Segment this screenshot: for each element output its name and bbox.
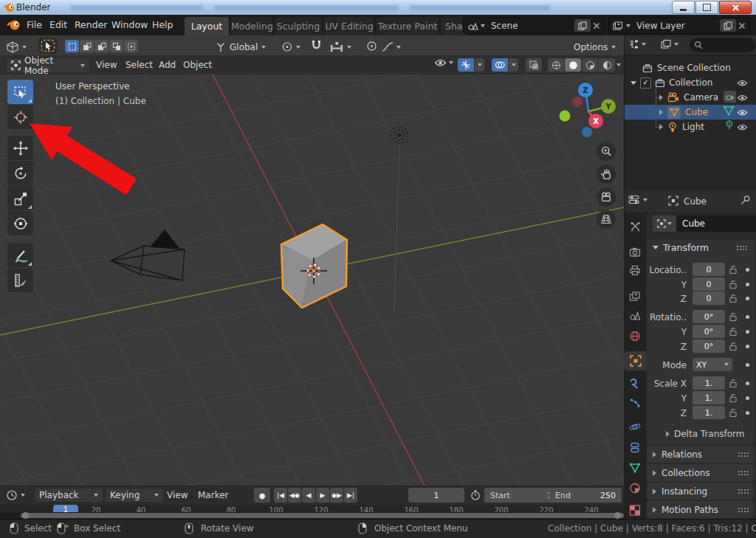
tool-box-select[interactable] <box>7 80 33 104</box>
proportional-editing-toggle[interactable] <box>366 41 377 54</box>
properties-editor-type-button[interactable] <box>628 194 647 205</box>
animate-dot[interactable] <box>746 345 749 348</box>
outliner-row-scene-collection[interactable]: Scene Collection <box>642 61 731 75</box>
maximize-button[interactable] <box>695 1 718 14</box>
lock-icon[interactable] <box>729 280 738 289</box>
scrollbar-handle-left[interactable] <box>22 512 29 519</box>
tab-texture-paint[interactable]: Texture Paint <box>377 17 439 35</box>
transform-orientation-dropdown[interactable]: Global <box>216 39 266 55</box>
panel-relations[interactable]: Relations <box>647 446 754 463</box>
object-name-input[interactable]: Cube <box>676 215 756 232</box>
tool-cursor[interactable] <box>7 105 33 129</box>
collapse-triangle-icon[interactable] <box>630 81 636 85</box>
lock-icon[interactable] <box>729 379 738 388</box>
animate-dot[interactable] <box>746 382 749 385</box>
animate-dot[interactable] <box>746 297 749 300</box>
animate-dot[interactable] <box>746 268 749 272</box>
navigation-gizmo[interactable]: Z Y X <box>556 77 618 139</box>
window-titlebar[interactable]: Blender <box>0 0 756 15</box>
animate-dot[interactable] <box>746 330 749 334</box>
jump-to-end-button[interactable]: ▶| <box>344 488 357 503</box>
tab-texture[interactable] <box>624 500 646 520</box>
panel-collections[interactable]: Collections <box>647 464 754 481</box>
scale-x-field[interactable]: 1. <box>693 376 725 390</box>
shading-rendered-button[interactable] <box>599 58 615 72</box>
outliner-row-cube[interactable]: Cube <box>659 105 708 120</box>
eye-icon[interactable] <box>737 94 748 102</box>
play-reverse-button[interactable]: ◀ <box>302 488 315 503</box>
location-z-field[interactable]: 0 <box>693 292 725 305</box>
shading-solid-button[interactable] <box>565 58 581 72</box>
animate-dot[interactable] <box>746 283 749 286</box>
viewport-zoom-button[interactable] <box>597 142 616 161</box>
proportional-falloff-dropdown[interactable] <box>382 39 401 55</box>
overlays-toggle[interactable] <box>492 58 508 72</box>
viewport-camera-button[interactable] <box>597 187 616 207</box>
blender-menu-logo-icon[interactable] <box>6 18 21 32</box>
scene-selector[interactable]: Scene <box>463 17 605 34</box>
stopwatch-icon[interactable] <box>470 489 481 501</box>
tab-render[interactable] <box>624 242 646 261</box>
tab-layout[interactable]: Layout <box>185 17 229 35</box>
pin-icon[interactable] <box>740 195 751 207</box>
menu-file[interactable]: File <box>27 15 42 35</box>
outliner-editor-type-button[interactable] <box>628 39 646 49</box>
timeline-scrollbar-thumb[interactable] <box>21 513 624 518</box>
menu-help[interactable]: Help <box>152 15 173 35</box>
menu-edit[interactable]: Edit <box>49 15 67 35</box>
tab-uv-editing[interactable]: UV Editing <box>324 17 374 35</box>
tab-sculpting[interactable]: Sculpting <box>275 17 322 35</box>
lock-icon[interactable] <box>729 327 738 337</box>
new-view-layer-button[interactable] <box>720 19 736 32</box>
auto-key-record-button[interactable]: ● <box>254 488 270 503</box>
outliner-display-mode-button[interactable] <box>661 39 678 49</box>
lock-icon[interactable] <box>729 312 738 322</box>
tool-rotate[interactable] <box>7 161 33 185</box>
transform-panel-header[interactable]: Transform <box>653 242 709 253</box>
timeline-menu-marker[interactable]: Marker <box>198 490 228 500</box>
shading-wireframe-button[interactable] <box>548 58 564 72</box>
prev-keyframe-button[interactable]: ◀◆ <box>288 488 301 503</box>
view-layer-selector[interactable]: View Layer <box>608 17 750 34</box>
minimize-button[interactable] <box>672 1 695 14</box>
timeline-editor-type-button[interactable] <box>6 489 25 501</box>
tab-modeling[interactable]: Modeling <box>231 17 272 35</box>
tab-object-data[interactable] <box>624 458 646 477</box>
collection-checkbox[interactable]: ✓ <box>640 77 651 89</box>
outliner-row-collection[interactable]: ✓ Collection <box>630 75 712 90</box>
animate-dot[interactable] <box>746 396 749 400</box>
rotation-z-field[interactable]: 0° <box>693 339 725 353</box>
mode-dropdown[interactable]: Object Mode <box>6 58 90 73</box>
outliner-row-light[interactable]: Light <box>659 120 704 134</box>
select-mode-extend-button[interactable] <box>80 40 94 52</box>
start-frame-field[interactable]: Start 1 <box>484 488 558 503</box>
shading-material-button[interactable] <box>582 58 598 72</box>
animate-dot[interactable] <box>746 411 749 415</box>
tab-shading-clipped[interactable]: Sha <box>441 17 466 35</box>
eye-icon[interactable] <box>737 79 748 87</box>
outliner-search-input[interactable] <box>690 38 756 52</box>
tool-move[interactable] <box>7 136 33 160</box>
gizmos-dropdown[interactable] <box>475 58 484 72</box>
xray-toggle[interactable] <box>526 58 542 72</box>
tool-transform[interactable] <box>7 211 33 235</box>
select-mode-invert-button[interactable] <box>109 40 123 52</box>
menu-window[interactable]: Window <box>111 15 148 35</box>
tab-constraints[interactable] <box>624 438 646 457</box>
options-dropdown[interactable]: Options <box>574 39 616 55</box>
editor-type-button[interactable] <box>6 39 27 55</box>
outliner-row-camera[interactable]: Camera <box>659 90 718 105</box>
current-frame-field[interactable]: 1 <box>408 488 464 503</box>
tab-physics[interactable] <box>624 417 646 436</box>
lock-icon[interactable] <box>729 408 738 418</box>
shading-dropdown[interactable] <box>616 58 621 72</box>
rotation-x-field[interactable]: 0° <box>693 310 725 323</box>
menu-render[interactable]: Render <box>75 15 108 35</box>
pivot-point-dropdown[interactable] <box>281 39 300 55</box>
next-keyframe-button[interactable]: ◆▶ <box>330 488 343 503</box>
eye-icon[interactable] <box>737 123 748 131</box>
gizmos-toggle[interactable] <box>458 58 474 72</box>
active-tool-indicator[interactable] <box>38 38 58 54</box>
tool-measure[interactable] <box>7 268 33 292</box>
object-id-dropdown[interactable] <box>653 215 676 232</box>
